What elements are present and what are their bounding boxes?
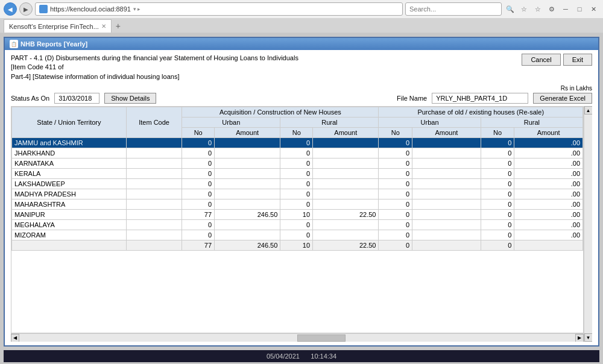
vertical-scrollbar[interactable]: ▲ ▼ — [584, 106, 592, 342]
cell-amt3 — [412, 148, 481, 158]
cell-item-code — [126, 199, 182, 210]
table-row[interactable]: MIZORAM 0 0 0 0 .00 — [12, 230, 583, 240]
status-bar: 05/04/2021 10:14:34 — [4, 350, 599, 362]
cell-no4: 0 — [481, 169, 514, 179]
new-tab-button[interactable]: + — [112, 19, 125, 33]
scroll-left-button[interactable]: ◀ — [11, 334, 19, 342]
titlebar-icon: 📋 — [10, 40, 18, 48]
search-input[interactable] — [405, 2, 502, 16]
rs-label: Rs in Lakhs — [11, 85, 592, 92]
data-table: State / Union Territory Item Code Acquis… — [11, 107, 583, 251]
cell-state: MIZORAM — [12, 230, 127, 240]
bookmark-icon[interactable]: ☆ — [532, 3, 544, 15]
cell-item-code — [126, 230, 182, 240]
cell-amt4: .00 — [514, 199, 583, 210]
cell-no2: 0 — [280, 169, 313, 179]
cell-amt2 — [313, 189, 379, 199]
status-as-on-label: Status As On — [11, 95, 49, 102]
col-subgroup-rural-resale: Rural — [481, 118, 582, 128]
cell-item-code — [126, 148, 182, 158]
cell-item-code — [126, 169, 182, 179]
cell-no3: 0 — [379, 199, 412, 210]
cell-state: LAKSHADWEEP — [12, 179, 127, 189]
table-row[interactable]: MAHARASHTRA 0 0 0 0 .00 — [12, 199, 583, 210]
col-group-purchase: Purchase of old / existing houses (Re-sa… — [379, 107, 583, 118]
cell-no2: 0 — [280, 220, 313, 230]
tab-close-button[interactable]: ✕ — [101, 23, 106, 30]
status-date-input[interactable] — [54, 93, 99, 104]
cell-no4: 0 — [481, 158, 514, 169]
cell-amt2 — [313, 230, 379, 240]
cell-amt3 — [412, 199, 481, 210]
cell-no2: 10 — [280, 210, 313, 220]
cell-no2: 0 — [280, 158, 313, 169]
cell-amt3 — [412, 158, 481, 169]
forward-button[interactable]: ▶ — [19, 2, 33, 16]
back-button[interactable]: ◀ — [4, 2, 17, 16]
scroll-right-button[interactable]: ▶ — [575, 334, 584, 342]
total-label — [12, 240, 127, 251]
report-titlebar: 📋 NHB Reports [Yearly] — [5, 38, 598, 50]
url-bar[interactable]: https://kencloud.ociad:8891 ▾ ▸ — [35, 2, 403, 16]
cell-no4: 0 — [481, 199, 514, 210]
cell-item-code — [126, 158, 182, 169]
search-icon[interactable]: 🔍 — [504, 3, 516, 15]
close-browser-button[interactable]: ✕ — [587, 3, 599, 15]
table-row[interactable]: LAKSHADWEEP 0 0 0 0 .00 — [12, 179, 583, 189]
cell-no4: 0 — [481, 138, 514, 148]
cell-amt1 — [215, 189, 280, 199]
cell-item-code — [126, 210, 182, 220]
cell-no1: 0 — [182, 189, 215, 199]
cell-state: JAMMU and KASHMIR — [12, 138, 127, 148]
show-details-button[interactable]: Show Details — [104, 93, 156, 104]
cell-no1: 0 — [182, 199, 215, 210]
settings-icon[interactable]: ⚙ — [546, 3, 558, 15]
scroll-thumb[interactable] — [297, 334, 346, 342]
file-name-input[interactable] — [432, 93, 528, 104]
maximize-browser-button[interactable]: □ — [573, 3, 586, 15]
cell-no3: 0 — [379, 158, 412, 169]
cancel-button[interactable]: Cancel — [522, 54, 560, 66]
cell-no3: 0 — [379, 230, 412, 240]
cell-state: KARNATAKA — [12, 158, 127, 169]
scroll-up-button[interactable]: ▲ — [584, 106, 593, 115]
total-item-code — [126, 240, 182, 251]
data-table-container[interactable]: State / Union Territory Item Code Acquis… — [11, 106, 584, 333]
cell-no2: 0 — [280, 230, 313, 240]
cell-state: KERALA — [12, 169, 127, 179]
table-row[interactable]: MEGHALAYA 0 0 0 0 .00 — [12, 220, 583, 230]
col-no1: No — [182, 128, 215, 138]
cell-state: MAHARASHTRA — [12, 199, 127, 210]
table-row[interactable]: JHARKHAND 0 0 0 0 .00 — [12, 148, 583, 158]
cell-no3: 0 — [379, 179, 412, 189]
table-row[interactable]: MADHYA PRADESH 0 0 0 0 .00 — [12, 189, 583, 199]
cell-item-code — [126, 138, 182, 148]
cell-amt3 — [412, 220, 481, 230]
col-subgroup-urban-resale: Urban — [379, 118, 481, 128]
cell-no3: 0 — [379, 220, 412, 230]
table-row[interactable]: JAMMU and KASHMIR 0 0 0 0 .00 — [12, 138, 583, 148]
col-amt1: Amount — [215, 128, 280, 138]
cell-amt4: .00 — [514, 179, 583, 189]
vertical-scroll-track[interactable] — [584, 115, 593, 333]
cell-amt2 — [313, 148, 379, 158]
cell-no3: 0 — [379, 148, 412, 158]
minimize-browser-button[interactable]: ─ — [560, 3, 572, 15]
cell-amt4: .00 — [514, 158, 583, 169]
table-row[interactable]: MANIPUR 77 246.50 10 22.50 0 0 .00 — [12, 210, 583, 220]
cell-no1: 0 — [182, 179, 215, 189]
scroll-track[interactable] — [19, 334, 575, 342]
cell-no2: 0 — [280, 138, 313, 148]
cell-no1: 0 — [182, 148, 215, 158]
browser-tab[interactable]: Kensoft's Enterprise FinTech... ✕ — [4, 19, 112, 33]
total-row: 77 246.50 10 22.50 0 0 — [12, 240, 583, 251]
table-row[interactable]: KARNATAKA 0 0 0 0 .00 — [12, 158, 583, 169]
cell-no1: 0 — [182, 138, 215, 148]
table-row[interactable]: KERALA 0 0 0 0 .00 — [12, 169, 583, 179]
generate-excel-button[interactable]: Generate Excel — [533, 93, 592, 104]
scroll-down-button[interactable]: ▼ — [584, 333, 593, 342]
star-icon[interactable]: ☆ — [518, 3, 530, 15]
exit-button[interactable]: Exit — [563, 54, 592, 66]
horizontal-scrollbar[interactable]: ◀ ▶ — [11, 333, 584, 342]
url-text: https://kencloud.ociad:8891 — [50, 5, 131, 13]
